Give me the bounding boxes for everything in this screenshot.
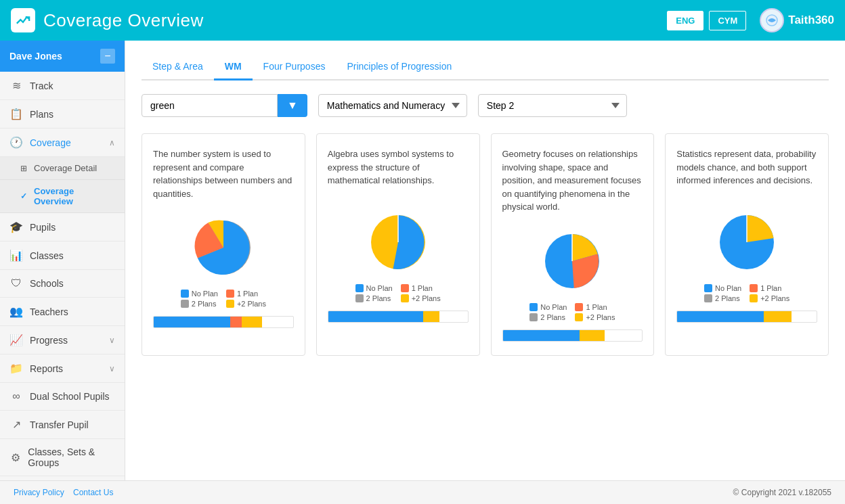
teachers-icon: 👥	[9, 305, 23, 318]
two-plans-label-g: 2 Plans	[540, 313, 565, 321]
filters-bar: ▼ Mathematics and Numeracy English Welsh…	[142, 94, 829, 117]
classes-icon: 📊	[9, 249, 23, 262]
chart-algebra: No Plan 1 Plan 2 Plans +2 Plans	[328, 208, 469, 323]
subject-select[interactable]: Mathematics and Numeracy English Welsh S…	[318, 94, 467, 117]
pb-blue-a	[328, 311, 423, 322]
no-plan-label-s: No Plan	[715, 284, 741, 292]
tab-principles[interactable]: Principles of Progression	[336, 54, 462, 81]
sidebar-schools-label: Schools	[30, 278, 64, 289]
tab-step-area[interactable]: Step & Area	[142, 54, 214, 81]
legend-statistics: No Plan 1 Plan 2 Plans +2 Plans	[704, 284, 789, 302]
sidebar-item-coverage-overview[interactable]: ✓ Coverage Overview	[0, 180, 125, 213]
progress-bar-statistics	[676, 311, 817, 323]
card-geometry: Geometry focuses on relationships involv…	[491, 133, 655, 356]
legend-two-plans: 2 Plans	[181, 300, 221, 308]
card-statistics: Statistics represent data, probability m…	[665, 133, 829, 356]
sidebar-pupils-label: Pupils	[30, 222, 56, 233]
tabs: Step & Area WM Four Purposes Principles …	[142, 54, 829, 81]
sidebar-item-classes-sets[interactable]: ⚙ Classes, Sets & Groups	[0, 439, 125, 476]
legend-geometry: No Plan 1 Plan 2 Plans +2 Plans	[529, 303, 615, 321]
sidebar-item-progress[interactable]: 📈 Progress ∨	[0, 326, 125, 354]
legend-one-plan-a: 1 Plan	[401, 284, 441, 292]
plus-plans-dot-a	[401, 294, 409, 302]
coverage-submenu: ⊞ Coverage Detail ✓ Coverage Overview	[0, 157, 125, 213]
legend-no-plan: No Plan	[181, 290, 221, 298]
one-plan-dot-g	[575, 303, 583, 311]
transfer-icon: ↗	[9, 418, 23, 431]
pb-blue	[154, 317, 230, 327]
pb-blue-s	[677, 311, 764, 322]
reports-arrow-icon: ∨	[109, 364, 115, 373]
one-plan-label-a: 1 Plan	[412, 284, 433, 292]
sidebar-item-schools[interactable]: 🛡 Schools	[0, 270, 125, 298]
copyright-text: © Copyright 2021 v.182055	[733, 488, 831, 497]
schools-icon: 🛡	[9, 277, 23, 290]
plus-plans-dot-g	[575, 313, 583, 321]
progress-icon: 📈	[9, 334, 23, 346]
plus-plans-label-s: +2 Plans	[760, 294, 789, 302]
sidebar-item-plans[interactable]: 📋 Plans	[0, 100, 125, 129]
one-plan-label-g: 1 Plan	[586, 303, 607, 311]
sidebar-item-pupils[interactable]: 🎓 Pupils	[0, 213, 125, 242]
two-plans-dot-g	[529, 313, 538, 321]
no-plan-dot-a	[355, 284, 364, 292]
coverage-overview-label: Coverage Overview	[34, 186, 115, 206]
chart-number-system: No Plan 1 Plan 2 Plans +2 Plans	[153, 214, 294, 328]
legend-plus-plans-s: +2 Plans	[750, 294, 789, 302]
two-plans-label-s: 2 Plans	[715, 294, 740, 302]
track-icon: ≋	[9, 79, 23, 92]
pie-algebra	[364, 208, 432, 276]
tab-four-purposes[interactable]: Four Purposes	[253, 54, 337, 81]
coverage-detail-icon: ⊞	[20, 164, 27, 173]
content-area: Step & Area WM Four Purposes Principles …	[125, 41, 845, 480]
sidebar-item-transfer[interactable]: ↗ Transfer Pupil	[0, 411, 125, 439]
card-number-system: The number system is used to represent a…	[142, 133, 305, 356]
footer: Privacy Policy Contact Us © Copyright 20…	[0, 480, 845, 504]
color-filter-dropdown-button[interactable]: ▼	[278, 94, 307, 117]
sidebar-item-track[interactable]: ≋ Track	[0, 72, 125, 100]
sidebar-collapse-button[interactable]: −	[100, 49, 115, 64]
sidebar-item-reports[interactable]: 📁 Reports ∨	[0, 354, 125, 383]
sidebar-item-dual-school[interactable]: ∞ Dual School Pupils	[0, 383, 125, 411]
sidebar-item-teachers[interactable]: 👥 Teachers	[0, 298, 125, 326]
one-plan-dot-s	[750, 284, 758, 292]
one-plan-label: 1 Plan	[237, 290, 258, 298]
chart-statistics: No Plan 1 Plan 2 Plans +2 Plans	[676, 208, 817, 323]
sidebar-item-coverage-detail[interactable]: ⊞ Coverage Detail	[0, 157, 125, 180]
sidebar: Dave Jones − ≋ Track 📋 Plans 🕐 Coverage …	[0, 41, 125, 480]
classes-sets-icon: ⚙	[9, 451, 21, 464]
sidebar-item-classes[interactable]: 📊 Classes	[0, 242, 125, 270]
card-algebra: Algebra uses symbol systems to express t…	[316, 133, 480, 356]
tab-wm[interactable]: WM	[214, 54, 253, 81]
sidebar-reports-label: Reports	[30, 363, 63, 374]
step-select[interactable]: Step 1 Step 2 Step 3 Step 4 Step 5	[478, 94, 627, 117]
top-bar: Coverage Overview ENG CYM Taith360	[0, 0, 845, 41]
sidebar-coverage-label: Coverage	[30, 137, 71, 148]
contact-us-link[interactable]: Contact Us	[73, 488, 113, 497]
sidebar-classes-label: Classes	[30, 250, 64, 261]
no-plan-dot-s	[704, 284, 712, 292]
pie-statistics	[713, 208, 781, 276]
sidebar-item-coverage[interactable]: 🕐 Coverage ∧	[0, 129, 125, 157]
sidebar-teachers-label: Teachers	[30, 306, 68, 317]
progress-bar-algebra	[328, 311, 469, 323]
color-filter-input[interactable]	[142, 94, 278, 117]
plus-plans-dot	[226, 300, 234, 308]
sidebar-user: Dave Jones −	[0, 41, 125, 72]
lang-eng-button[interactable]: ENG	[667, 11, 703, 30]
username: Dave Jones	[9, 51, 62, 62]
pb-orange	[230, 317, 241, 327]
legend-one-plan-s: 1 Plan	[750, 284, 789, 292]
two-plans-dot	[181, 300, 189, 308]
legend-one-plan: 1 Plan	[226, 290, 266, 298]
plus-plans-label: +2 Plans	[237, 300, 266, 308]
legend-two-plans-s: 2 Plans	[704, 294, 744, 302]
privacy-policy-link[interactable]: Privacy Policy	[14, 488, 64, 497]
dual-school-icon: ∞	[9, 390, 23, 403]
plus-plans-dot-s	[750, 294, 758, 302]
card-number-system-desc: The number system is used to represent a…	[153, 147, 294, 200]
lang-cym-button[interactable]: CYM	[709, 11, 746, 30]
legend-no-plan-a: No Plan	[355, 284, 395, 292]
no-plan-label-a: No Plan	[366, 284, 393, 292]
progress-bar-number-system	[153, 316, 294, 328]
